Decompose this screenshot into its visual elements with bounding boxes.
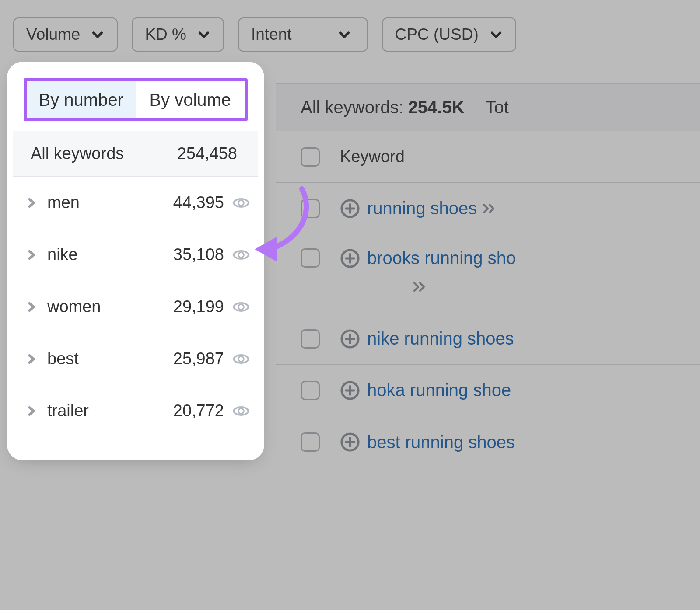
chevron-down-icon [91, 28, 105, 42]
tab-by-number[interactable]: By number [27, 81, 136, 118]
row-checkbox[interactable] [301, 329, 320, 349]
keyword-link[interactable]: running shoes [367, 199, 477, 218]
keyword-link[interactable]: brooks running sho [367, 248, 516, 268]
svg-point-17 [238, 304, 244, 309]
expand-icon[interactable] [413, 280, 427, 293]
row-checkbox[interactable] [301, 199, 320, 218]
table-row: brooks running sho [276, 234, 700, 313]
keyword-groups-panel: By number By volume All keywords 254,458… [13, 68, 258, 454]
panel-all-keywords-label: All keywords [31, 144, 124, 163]
add-icon[interactable] [340, 329, 360, 349]
add-icon[interactable] [340, 380, 360, 401]
filter-intent-label: Intent [251, 25, 292, 44]
group-row: men 44,395 [13, 177, 258, 229]
group-row: best 25,987 [13, 333, 258, 385]
add-icon[interactable] [340, 248, 360, 268]
summary-strip: All keywords: 254.5K Tot [276, 83, 700, 131]
table-row: hoka running shoe [276, 365, 700, 416]
filter-volume-label: Volume [26, 25, 80, 44]
expand-icon[interactable] [482, 202, 497, 215]
svg-point-16 [238, 252, 244, 257]
filter-cpc-label: CPC (USD) [395, 25, 479, 44]
panel-groups-list: men 44,395 nike 35,108 women 29,199 best… [13, 177, 258, 454]
chevron-right-icon[interactable] [25, 249, 38, 261]
tab-switcher-highlight: By number By volume [24, 78, 248, 121]
group-row: women 29,199 [13, 281, 258, 333]
filter-kd-label: KD % [145, 25, 186, 44]
eye-icon[interactable] [232, 402, 250, 420]
group-label[interactable]: best [47, 349, 173, 368]
chevron-right-icon[interactable] [25, 353, 38, 365]
panel-all-keywords-count: 254,458 [177, 144, 237, 163]
group-count: 25,987 [173, 349, 224, 368]
column-keyword-label: Keyword [340, 147, 405, 166]
filter-cpc[interactable]: CPC (USD) [382, 17, 516, 52]
svg-point-15 [238, 200, 244, 205]
group-label[interactable]: trailer [47, 401, 173, 420]
tab-by-volume[interactable]: By volume [136, 81, 245, 118]
chevron-right-icon[interactable] [25, 301, 38, 313]
eye-icon[interactable] [232, 194, 250, 212]
keyword-table: Keyword running shoes brooks running sho… [276, 131, 700, 468]
group-row: nike 35,108 [13, 229, 258, 281]
group-count: 35,108 [173, 245, 224, 264]
summary-total-label: Tot [486, 98, 509, 117]
table-row: best running shoes [276, 416, 700, 468]
add-icon[interactable] [340, 199, 360, 219]
table-row: nike running shoes [276, 313, 700, 365]
chevron-down-icon [197, 28, 211, 42]
keyword-link[interactable]: nike running shoes [367, 329, 514, 349]
select-all-checkbox[interactable] [301, 147, 320, 167]
group-label[interactable]: men [47, 193, 173, 212]
keyword-link[interactable]: best running shoes [367, 432, 515, 452]
group-count: 29,199 [173, 297, 224, 316]
table-row: running shoes [276, 183, 700, 234]
svg-point-19 [238, 408, 244, 413]
eye-icon[interactable] [232, 298, 250, 316]
filter-bar: Volume KD % Intent CPC (USD) [13, 17, 700, 52]
filter-kd[interactable]: KD % [132, 17, 224, 52]
add-icon[interactable] [340, 432, 360, 452]
group-count: 20,772 [173, 401, 224, 420]
row-checkbox[interactable] [301, 248, 320, 268]
chevron-down-icon [337, 28, 351, 42]
filter-intent[interactable]: Intent [238, 17, 368, 52]
group-label[interactable]: women [47, 297, 173, 316]
summary-count: 254.5K [408, 98, 465, 117]
summary-label: All keywords: [301, 98, 404, 117]
group-label[interactable]: nike [47, 245, 173, 264]
group-row: trailer 20,772 [13, 385, 258, 437]
panel-all-keywords-row[interactable]: All keywords 254,458 [13, 131, 258, 177]
chevron-right-icon[interactable] [25, 197, 38, 209]
row-checkbox[interactable] [301, 381, 320, 400]
eye-icon[interactable] [232, 350, 250, 368]
filter-volume[interactable]: Volume [13, 17, 118, 52]
eye-icon[interactable] [232, 246, 250, 264]
chevron-down-icon [489, 28, 503, 42]
chevron-right-icon[interactable] [25, 405, 38, 417]
svg-point-18 [238, 356, 244, 361]
keyword-link[interactable]: hoka running shoe [367, 380, 511, 400]
keyword-table-header: Keyword [276, 131, 700, 183]
group-count: 44,395 [173, 193, 224, 212]
row-checkbox[interactable] [301, 432, 320, 452]
